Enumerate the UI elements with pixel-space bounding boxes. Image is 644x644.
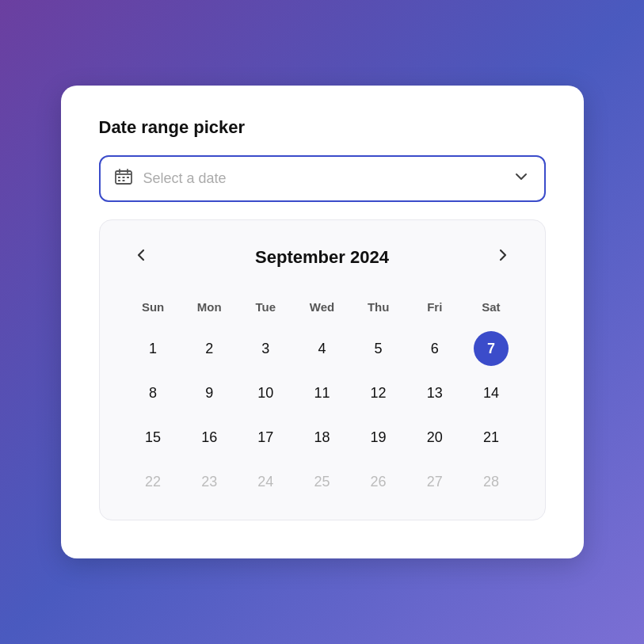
day-cell-8[interactable]: 8 (125, 371, 181, 415)
date-range-picker-card: Date range picker Select a date (61, 86, 584, 558)
date-placeholder: Select a date (143, 170, 513, 187)
day-cell-28[interactable]: 28 (463, 459, 519, 504)
calendar-header: September 2024 (125, 242, 520, 272)
day-cell-14[interactable]: 14 (463, 371, 519, 415)
day-cell-21[interactable]: 21 (463, 415, 519, 459)
day-cell-27[interactable]: 27 (406, 459, 463, 504)
month-year-label: September 2024 (255, 247, 389, 268)
day-cell-9[interactable]: 9 (181, 371, 238, 415)
day-header-thu: Thu (350, 294, 406, 326)
day-cell-23[interactable]: 23 (181, 459, 238, 504)
svg-rect-7 (122, 180, 124, 181)
day-cell-6[interactable]: 6 (406, 326, 463, 371)
day-cell-11[interactable]: 11 (294, 371, 350, 415)
day-cell-1[interactable]: 1 (125, 326, 181, 371)
day-cell-7[interactable]: 7 (463, 326, 519, 371)
day-cell-10[interactable]: 10 (238, 371, 294, 415)
calendar-icon (115, 169, 132, 189)
calendar-panel: September 2024 Sun Mon Tue Wed Thu Fri S… (99, 219, 546, 520)
day-header-tue: Tue (238, 294, 294, 326)
prev-month-button[interactable] (125, 242, 157, 272)
day-cell-24[interactable]: 24 (238, 459, 294, 504)
svg-rect-6 (118, 180, 120, 181)
day-cell-25[interactable]: 25 (294, 459, 350, 504)
day-cell-3[interactable]: 3 (238, 326, 294, 371)
day-header-mon: Mon (181, 294, 238, 326)
day-cell-20[interactable]: 20 (406, 415, 463, 459)
card-title: Date range picker (99, 117, 546, 138)
svg-rect-5 (127, 177, 129, 178)
day-header-fri: Fri (406, 294, 463, 326)
day-cell-17[interactable]: 17 (238, 415, 294, 459)
day-cell-13[interactable]: 13 (406, 371, 463, 415)
day-cell-18[interactable]: 18 (294, 415, 350, 459)
svg-rect-4 (122, 177, 124, 178)
chevron-down-icon (513, 168, 530, 189)
date-input-field[interactable]: Select a date (99, 155, 546, 202)
day-header-sun: Sun (125, 294, 181, 326)
day-cell-5[interactable]: 5 (350, 326, 406, 371)
day-cell-12[interactable]: 12 (350, 371, 406, 415)
next-month-button[interactable] (487, 242, 519, 272)
day-cell-4[interactable]: 4 (294, 326, 350, 371)
day-cell-19[interactable]: 19 (350, 415, 406, 459)
day-cell-2[interactable]: 2 (181, 326, 238, 371)
svg-rect-3 (118, 177, 120, 178)
calendar-grid: Sun Mon Tue Wed Thu Fri Sat 1 2 3 4 5 6 … (125, 294, 520, 504)
day-cell-26[interactable]: 26 (350, 459, 406, 504)
day-header-sat: Sat (463, 294, 519, 326)
day-cell-15[interactable]: 15 (125, 415, 181, 459)
day-header-wed: Wed (294, 294, 350, 326)
day-cell-22[interactable]: 22 (125, 459, 181, 504)
day-cell-16[interactable]: 16 (181, 415, 238, 459)
